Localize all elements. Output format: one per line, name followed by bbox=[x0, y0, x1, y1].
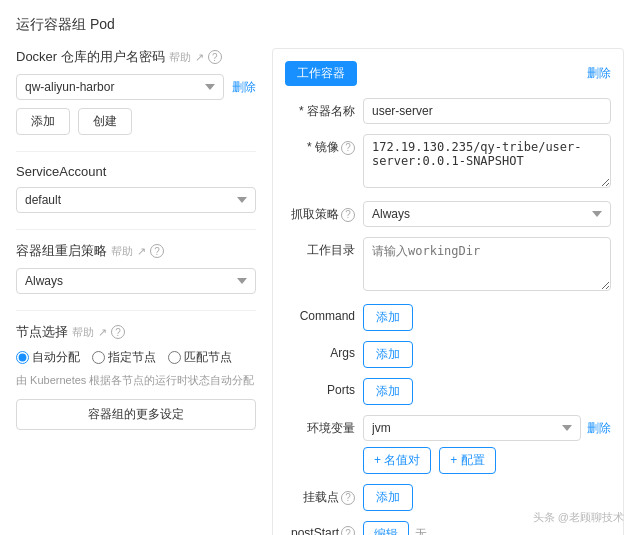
node-radio-group: 自动分配 指定节点 匹配节点 bbox=[16, 349, 256, 366]
restart-policy-title: 容器组重启策略 帮助 ↗ ? bbox=[16, 242, 256, 260]
docker-help-links: 帮助 ↗ ? bbox=[169, 50, 222, 65]
mount-help-icon[interactable]: ? bbox=[341, 491, 355, 505]
mount-add-button[interactable]: 添加 bbox=[363, 484, 413, 511]
image-control: 172.19.130.235/qy-tribe/user-server:0.0.… bbox=[363, 134, 611, 191]
ports-label: Ports bbox=[285, 378, 355, 397]
container-name-row: * 容器名称 bbox=[285, 98, 611, 124]
node-match-option[interactable]: 匹配节点 bbox=[168, 349, 232, 366]
env-kv-button[interactable]: + 名值对 bbox=[363, 447, 431, 474]
env-delete-button[interactable]: 删除 bbox=[587, 420, 611, 437]
container-name-label: * 容器名称 bbox=[285, 98, 355, 120]
node-match-radio[interactable] bbox=[168, 351, 181, 364]
mount-control: 添加 bbox=[363, 484, 611, 511]
image-label: * 镜像 ? bbox=[285, 134, 355, 156]
env-control: jvm 删除 + 名值对 + 配置 bbox=[363, 415, 611, 474]
node-help-icon[interactable]: ? bbox=[111, 325, 125, 339]
service-account-section: ServiceAccount default bbox=[16, 164, 256, 213]
docker-help-icon[interactable]: ? bbox=[208, 50, 222, 64]
page-title: 运行容器组 Pod bbox=[16, 16, 624, 34]
restart-policy-section: 容器组重启策略 帮助 ↗ ? Always bbox=[16, 242, 256, 294]
ports-row: Ports 添加 bbox=[285, 378, 611, 405]
docker-add-button[interactable]: 添加 bbox=[16, 108, 70, 135]
node-help-links: 帮助 ↗ ? bbox=[72, 325, 125, 340]
post-start-label: postStart ? bbox=[285, 521, 355, 535]
pull-policy-control: Always bbox=[363, 201, 611, 227]
docker-title-text: Docker 仓库的用户名密码 bbox=[16, 48, 165, 66]
node-select-title: 节点选择 帮助 ↗ ? bbox=[16, 323, 256, 341]
more-settings-button[interactable]: 容器组的更多设定 bbox=[16, 399, 256, 430]
docker-registry-select[interactable]: qw-aliyun-harbor bbox=[16, 74, 224, 100]
env-config-button[interactable]: + 配置 bbox=[439, 447, 495, 474]
args-control: 添加 bbox=[363, 341, 611, 368]
working-dir-input[interactable] bbox=[363, 237, 611, 291]
args-row: Args 添加 bbox=[285, 341, 611, 368]
container-name-input[interactable] bbox=[363, 98, 611, 124]
pull-policy-help-icon[interactable]: ? bbox=[341, 208, 355, 222]
right-header: 工作容器 删除 bbox=[285, 61, 611, 86]
docker-create-button[interactable]: 创建 bbox=[78, 108, 132, 135]
command-control: 添加 bbox=[363, 304, 611, 331]
container-delete-button[interactable]: 删除 bbox=[587, 65, 611, 82]
restart-help-icon[interactable]: ? bbox=[150, 244, 164, 258]
args-label: Args bbox=[285, 341, 355, 360]
args-add-button[interactable]: 添加 bbox=[363, 341, 413, 368]
node-specific-radio[interactable] bbox=[92, 351, 105, 364]
node-help-text[interactable]: 帮助 bbox=[72, 325, 94, 340]
image-input[interactable]: 172.19.130.235/qy-tribe/user-server:0.0.… bbox=[363, 134, 611, 188]
working-dir-label: 工作目录 bbox=[285, 237, 355, 259]
watermark: 头条 @老顾聊技术 bbox=[533, 510, 624, 525]
pull-policy-row: 抓取策略 ? Always bbox=[285, 201, 611, 227]
docker-delete-button[interactable]: 删除 bbox=[232, 79, 256, 96]
docker-external-icon[interactable]: ↗ bbox=[195, 51, 204, 64]
docker-help-text[interactable]: 帮助 bbox=[169, 50, 191, 65]
left-panel: Docker 仓库的用户名密码 帮助 ↗ ? qw-aliyun-harbor … bbox=[16, 48, 256, 535]
node-desc: 由 Kubernetes 根据各节点的运行时状态自动分配 bbox=[16, 372, 256, 389]
ports-control: 添加 bbox=[363, 378, 611, 405]
pull-policy-select[interactable]: Always bbox=[363, 201, 611, 227]
post-start-help-icon[interactable]: ? bbox=[341, 526, 355, 535]
node-select-title-text: 节点选择 bbox=[16, 323, 68, 341]
working-dir-row: 工作目录 bbox=[285, 237, 611, 294]
right-panel: 工作容器 删除 * 容器名称 * 镜像 ? 172.19.130.235/qy-… bbox=[272, 48, 624, 535]
pull-policy-label-text: 抓取策略 bbox=[291, 206, 339, 223]
post-start-label-text: postStart bbox=[291, 526, 339, 535]
restart-external-icon[interactable]: ↗ bbox=[137, 245, 146, 258]
node-select-section: 节点选择 帮助 ↗ ? 自动分配 指定节点 bbox=[16, 323, 256, 430]
divider-2 bbox=[16, 229, 256, 230]
node-specific-label: 指定节点 bbox=[108, 349, 156, 366]
node-match-label: 匹配节点 bbox=[184, 349, 232, 366]
docker-section: Docker 仓库的用户名密码 帮助 ↗ ? qw-aliyun-harbor … bbox=[16, 48, 256, 135]
divider-1 bbox=[16, 151, 256, 152]
container-name-control bbox=[363, 98, 611, 124]
docker-section-title: Docker 仓库的用户名密码 帮助 ↗ ? bbox=[16, 48, 256, 66]
mount-label-text: 挂载点 bbox=[303, 489, 339, 506]
env-select[interactable]: jvm bbox=[363, 415, 581, 441]
work-container-tab[interactable]: 工作容器 bbox=[285, 61, 357, 86]
node-auto-option[interactable]: 自动分配 bbox=[16, 349, 80, 366]
node-specific-option[interactable]: 指定节点 bbox=[92, 349, 156, 366]
node-external-icon[interactable]: ↗ bbox=[98, 326, 107, 339]
env-label: 环境变量 bbox=[285, 415, 355, 437]
ports-add-button[interactable]: 添加 bbox=[363, 378, 413, 405]
mount-row: 挂载点 ? 添加 bbox=[285, 484, 611, 511]
divider-3 bbox=[16, 310, 256, 311]
restart-help-text[interactable]: 帮助 bbox=[111, 244, 133, 259]
service-account-title: ServiceAccount bbox=[16, 164, 256, 179]
env-select-row: jvm 删除 bbox=[363, 415, 611, 441]
command-label: Command bbox=[285, 304, 355, 323]
image-row: * 镜像 ? 172.19.130.235/qy-tribe/user-serv… bbox=[285, 134, 611, 191]
pull-policy-label: 抓取策略 ? bbox=[285, 201, 355, 223]
post-start-value: 无 bbox=[415, 526, 427, 535]
env-row: 环境变量 jvm 删除 + 名值对 + 配置 bbox=[285, 415, 611, 474]
restart-help-links: 帮助 ↗ ? bbox=[111, 244, 164, 259]
docker-btn-row: 添加 创建 bbox=[16, 108, 256, 135]
command-add-button[interactable]: 添加 bbox=[363, 304, 413, 331]
docker-select-row: qw-aliyun-harbor 删除 bbox=[16, 74, 256, 100]
post-start-edit-button[interactable]: 编辑 bbox=[363, 521, 409, 535]
node-auto-radio[interactable] bbox=[16, 351, 29, 364]
service-account-select[interactable]: default bbox=[16, 187, 256, 213]
restart-policy-title-text: 容器组重启策略 bbox=[16, 242, 107, 260]
restart-policy-select[interactable]: Always bbox=[16, 268, 256, 294]
image-help-icon[interactable]: ? bbox=[341, 141, 355, 155]
image-label-text: * 镜像 bbox=[307, 139, 339, 156]
